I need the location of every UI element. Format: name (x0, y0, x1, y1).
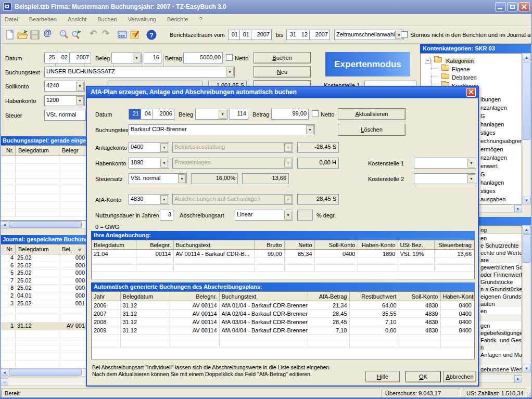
period-to-day[interactable]: 31 (286, 30, 298, 40)
journal-row[interactable] (1, 353, 87, 361)
dialog-datum-year[interactable]: 2006 (153, 109, 174, 120)
kostenstelle1-combo[interactable]: ▼ (414, 158, 476, 169)
netto-checkbox[interactable] (226, 54, 233, 61)
stapel-col-belegdatum[interactable]: Belegdatum (16, 146, 59, 156)
chevron-down-icon[interactable]: ▼ (160, 159, 168, 168)
period-to-year[interactable]: 2007 (309, 30, 330, 40)
buchen-button[interactable]: Buchen (254, 52, 311, 63)
journal-row[interactable] (1, 338, 87, 346)
email-icon[interactable]: @ (42, 29, 53, 40)
abbrechen-button[interactable]: Abbrechen (443, 371, 476, 382)
table-row[interactable] (1, 179, 87, 187)
journal-row[interactable]: 325.02001 (1, 300, 87, 308)
dialog-datum-month[interactable]: 04 (141, 109, 153, 120)
scroll-right-icon[interactable]: ► (514, 205, 522, 212)
journal-row[interactable]: 825.02000 (1, 285, 87, 292)
journal-row[interactable] (1, 361, 87, 368)
buchungstext-combo[interactable]: UNSER BUCHUNGSSATZ ▼ (44, 67, 235, 78)
chevron-down-icon[interactable]: ▼ (219, 110, 226, 119)
maximize-button[interactable] (507, 2, 518, 11)
table-row[interactable] (1, 194, 87, 202)
anlagekonto-combo[interactable]: 0400 ▼ (129, 142, 169, 153)
journal-row[interactable]: 204.01000 (1, 292, 87, 300)
open-folder-icon[interactable] (17, 29, 28, 41)
journal-col-belegnr[interactable]: Bel... (59, 244, 87, 254)
sollkonto-combo[interactable]: 4240 ▼ (44, 81, 85, 92)
menu-bearbeiten[interactable]: Bearbeiten (24, 14, 61, 24)
table-row[interactable] (1, 202, 87, 210)
tree-vscrollbar[interactable]: ▲ ▼ (522, 53, 531, 204)
datum-year[interactable]: 2007 (69, 53, 91, 63)
account-item-clipped[interactable]: gen (480, 323, 490, 329)
menu-verwaltung[interactable]: Verwaltung (123, 14, 161, 24)
anlage-row[interactable]: 21.04 00114 AV 00114 - Barkauf CDR-B... … (92, 250, 474, 258)
tree-item-clipped[interactable]: hanlagen (480, 179, 504, 186)
table-row[interactable] (1, 171, 87, 179)
account-item-clipped[interactable]: en (480, 235, 487, 241)
period-to-month[interactable]: 12 (298, 30, 310, 40)
journal-col-belegdatum[interactable]: Belegdatum (16, 244, 59, 254)
scroll-left-icon[interactable]: ◄ (1, 369, 8, 376)
edit-note-icon[interactable] (129, 29, 141, 41)
kostenstelle2-combo[interactable]: ▼ (414, 173, 476, 184)
chevron-down-icon[interactable]: ▼ (306, 125, 314, 134)
aktualisieren-button[interactable]: Aktualisieren (338, 108, 406, 120)
dialog-close-button[interactable] (466, 88, 476, 97)
stapel-col-nr[interactable]: Nr. (1, 146, 16, 156)
chevron-down-icon[interactable]: ▼ (467, 159, 475, 168)
journal-row[interactable] (1, 345, 87, 353)
tree-item-clipped[interactable]: ausgaben (480, 196, 505, 202)
table-row[interactable] (1, 209, 87, 217)
tree-item-clipped[interactable]: stiges (480, 188, 496, 194)
account-item-clipped[interactable]: n a.Grundstücke (480, 286, 522, 292)
journal-row[interactable] (1, 307, 87, 315)
tree-item-clipped[interactable]: hanlagen (480, 121, 504, 127)
plan-row[interactable]: 200631.12 AV 00114AfA 01/04 - Barkauf CD… (92, 301, 474, 310)
dialog-netto-checkbox[interactable] (312, 110, 319, 117)
account-item-clipped[interactable]: eigenen Grundst (480, 293, 522, 300)
accounts-vscrollbar[interactable]: ▲ ▼ (522, 225, 531, 372)
account-item-clipped[interactable]: oder Firmenwert (480, 272, 522, 278)
chevron-down-icon[interactable]: ▼ (178, 174, 186, 183)
chevron-down-icon[interactable]: ▼ (76, 96, 84, 105)
scroll-down-icon[interactable]: ▼ (523, 365, 530, 372)
table-row[interactable] (1, 164, 87, 172)
minimize-button[interactable] (495, 2, 506, 11)
tree-item-clipped[interactable]: ibungen (480, 96, 501, 102)
journal-row[interactable]: 725.02000 (1, 277, 87, 285)
search-icon[interactable] (58, 29, 70, 41)
tree-item-eigene[interactable]: Eigene (452, 66, 470, 72)
menu-hilfe[interactable]: ? (194, 14, 207, 24)
ok-button[interactable]: OK (406, 371, 441, 382)
journal-hscrollbar-2[interactable]: ◄ (0, 378, 87, 386)
stapel-hscrollbar[interactable]: ◄ (0, 221, 87, 229)
afakonto-combo[interactable]: 4830 ▼ (129, 194, 169, 205)
account-item-clipped[interactable]: e Schutzrechte (480, 242, 518, 249)
account-item-clipped[interactable]: Fabrik- und Gesc (480, 337, 522, 343)
table-row[interactable] (1, 156, 87, 164)
hilfe-button[interactable]: Hilfe (365, 371, 400, 382)
account-item-clipped[interactable]: Grundstücke (480, 279, 513, 285)
scroll-up-icon[interactable]: ▲ (523, 54, 530, 61)
tree-item-clipped[interactable]: ermögen (480, 146, 503, 152)
menu-buchen[interactable]: Buchen (93, 14, 121, 24)
dialog-betrag-field[interactable]: 99,00 (271, 109, 309, 120)
steuersatz-combo[interactable]: VSt. normal ▼ (129, 173, 187, 184)
expertenmodus-button[interactable]: Expertenmodus (325, 52, 410, 76)
account-item-clipped[interactable]: auten (480, 301, 495, 307)
tree-expander-icon[interactable]: − (425, 58, 430, 63)
new-document-icon[interactable] (4, 29, 16, 41)
menu-ansicht[interactable]: Ansicht (63, 14, 91, 24)
loeschen-button[interactable]: Löschen (338, 124, 406, 136)
scroll-up-icon[interactable]: ▲ (523, 226, 530, 234)
save-icon[interactable] (29, 29, 41, 41)
scroll-down-icon[interactable]: ▼ (523, 197, 530, 204)
dialog-buchungstext-combo[interactable]: Barkauf CDR-Brenner ▼ (129, 124, 315, 135)
tree-item-debitoren[interactable]: Debitoren (452, 74, 477, 81)
dialog-habenkonto-combo[interactable]: 1890 ▼ (129, 158, 169, 169)
table-row[interactable] (1, 186, 87, 194)
journal-row-selected[interactable]: 131.12AV 001 (1, 323, 87, 330)
undo-icon[interactable]: ↶ (87, 28, 99, 40)
account-item-clipped[interactable]: n (480, 344, 484, 351)
account-item-clipped[interactable]: egebefestigunge (480, 330, 522, 336)
